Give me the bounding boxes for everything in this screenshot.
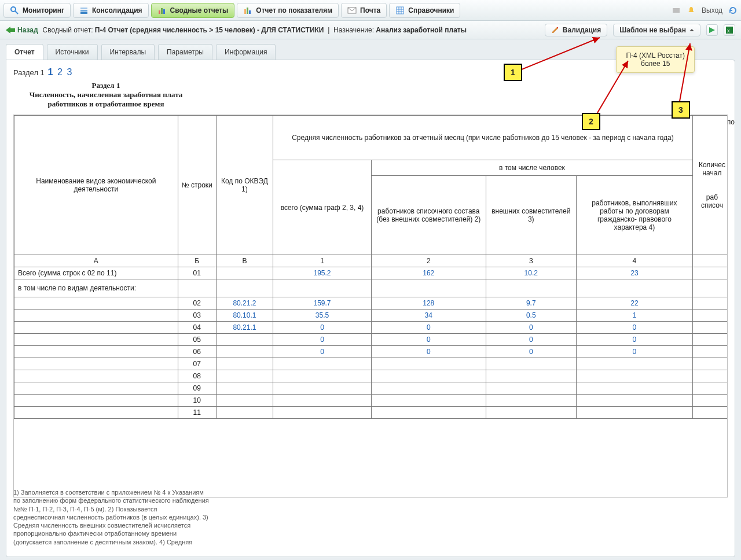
bell-icon[interactable] [687,6,696,15]
col-num-4: 4 [577,255,693,267]
chevron-up-icon [689,28,694,32]
svg-rect-2 [80,8,87,9]
svg-rect-7 [163,9,165,14]
tip-line2: более 15 [626,60,685,68]
arrow-3 [678,42,696,104]
tab-intervals[interactable]: Интервалы [101,44,155,60]
section-title: Раздел 1 Численность, начисленная зарабо… [13,81,199,109]
exit-button[interactable]: Выход [702,6,722,14]
col-extra-blank [692,255,728,267]
breadcrumb-prefix: Сводный отчет: [43,26,93,34]
arrow-1 [519,35,606,75]
page-2-link[interactable]: 2 [56,67,64,77]
excel-icon: x [726,27,733,34]
svg-rect-6 [161,8,163,14]
sub-ext: внешних совместителей 3) [486,176,577,255]
col-okved: Код по ОКВЭД 1) [216,116,273,255]
breadcrumb-assign-value: Анализ заработной платы [376,26,467,34]
svg-rect-12 [397,7,403,14]
col-num-3: 3 [486,255,577,267]
toolbar-references[interactable]: Справочники [389,3,460,18]
group-header: Средняя численность работников за отчетн… [273,116,693,160]
toolbar-label: Сводные отчеты [170,6,229,14]
col-num-1: 1 [273,255,372,267]
tab-report[interactable]: Отчет [6,44,43,60]
tab-info[interactable]: Информация [216,44,276,60]
svg-marker-22 [709,27,715,33]
table-row: 0480.21.10000 [14,322,728,334]
table-row: 08 [14,370,728,382]
validate-label: Валидация [563,26,601,34]
template-dropdown[interactable]: Шаблон не выбран [613,24,700,36]
toolbar-label: Справочники [408,6,454,14]
svg-rect-4 [80,12,87,14]
search-icon [10,6,19,15]
template-label: Шаблон не выбран [619,26,686,34]
toolbar-label: Отчет по показателям [256,6,332,14]
breadcrumb-assign-label: Назначение: [333,26,374,34]
svg-line-28 [597,61,628,113]
back-label: Назад [17,26,38,34]
exit-label: Выход [702,6,722,14]
table-row: 060000 [14,346,728,358]
action-bar: Назад Сводный отчет: П-4 Отчет (средняя … [0,21,741,39]
table-row: 10 [14,395,728,407]
sub-list: работников списочного состава (без внешн… [372,176,486,255]
table-row: 11 [14,407,728,419]
report-table: Наименование видов экономической деятель… [14,115,728,419]
svg-rect-20 [557,27,558,28]
toolbar-label: Консолидация [92,6,142,14]
callout-1: 1 [504,64,522,81]
col-letter-a: А [14,255,178,267]
row-total-label: Всего (сумма строк с 02 по 11) [14,267,178,279]
table-row: 07 [14,358,728,370]
svg-marker-21 [689,29,694,31]
table-row: 0280.21.2159.71289.722 [14,297,728,310]
tab-sources[interactable]: Источники [47,44,98,60]
main-toolbar: Мониторинг Консолидация Сводные отчеты О… [0,0,741,21]
svg-rect-5 [159,10,160,14]
toolbar-report-by-indicators[interactable]: Отчет по показателям [237,3,339,18]
page-3-link[interactable]: 3 [66,67,74,77]
toolbar-summary-reports[interactable]: Сводные отчеты [151,3,235,18]
bars-icon [157,6,167,15]
toolbar-mail[interactable]: Почта [341,3,387,18]
play-icon [709,27,715,33]
toolbar-monitoring[interactable]: Мониторинг [3,3,71,18]
section-prefix: Раздел 1 [13,68,45,77]
grid-icon [395,6,405,15]
table-row: 050000 [14,334,728,346]
tip-line1: П-4 (XML Росстат) [626,51,685,60]
page-1-link[interactable]: 1 [46,67,54,77]
excel-export-button[interactable]: x [724,24,735,36]
back-button[interactable]: Назад [6,26,38,34]
toolbar-label: Почта [360,6,380,14]
content-panel: Раздел 1 1 2 3 Раздел 1 Численность, нач… [6,60,735,557]
run-button[interactable] [706,24,718,36]
col-letter-v: В [216,255,273,267]
back-arrow-icon [6,27,15,34]
svg-point-0 [11,7,16,12]
svg-marker-18 [6,27,15,34]
svg-line-1 [15,11,18,14]
callout-3: 3 [672,101,690,119]
refresh-icon[interactable] [728,6,738,15]
toolbar-consolidation[interactable]: Консолидация [73,3,149,18]
breadcrumb: Сводный отчет: П-4 Отчет (средняя числен… [43,26,467,34]
callout-2: 2 [582,113,600,130]
svg-rect-3 [80,10,87,12]
breadcrumb-title: П-4 Отчет (средняя численность > 15 чело… [95,26,324,34]
section-heading: Раздел 1 [13,81,199,90]
extra-col: Количес началраб списоч [692,116,728,255]
toolbar-label: Мониторинг [23,6,64,14]
sub-contract: работников, выполнявших работы по догово… [577,176,693,255]
status1-icon[interactable] [672,6,681,15]
col-activity: Наименование видов экономической деятель… [14,116,178,255]
col-num-2: 2 [372,255,486,267]
tab-parameters[interactable]: Параметры [158,44,212,60]
report-scroll-area[interactable]: Наименование видов экономической деятель… [13,115,728,498]
table-row-types: в том числе по видам деятельности: [14,279,728,297]
row-types-label: в том числе по видам деятельности: [14,279,178,297]
sub-total: всего (сумма граф 2, 3, 4) [273,160,372,255]
svg-rect-9 [247,8,248,14]
